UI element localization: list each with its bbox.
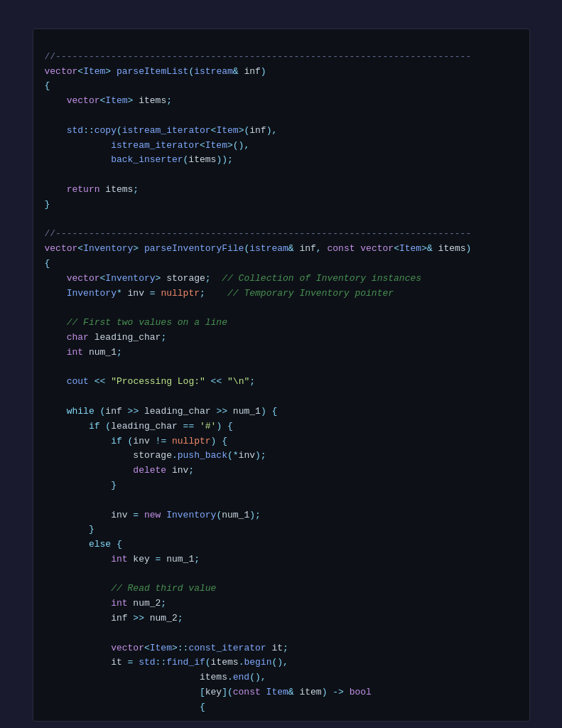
code-content: //--------------------------------------… (33, 29, 529, 721)
code-editor: //--------------------------------------… (33, 28, 530, 722)
